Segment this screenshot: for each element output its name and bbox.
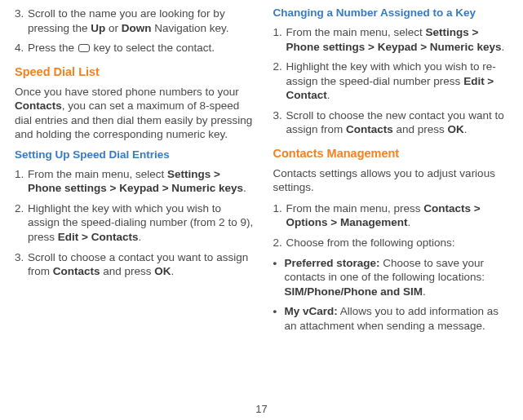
number-2: 2.: [273, 60, 285, 103]
down-key: Down: [122, 22, 152, 34]
text: Navigation key.: [152, 22, 229, 34]
text: .: [138, 231, 141, 243]
change-item-3: 3. Scroll to choose the new contact you …: [273, 108, 514, 137]
text: From the main menu, select: [28, 168, 167, 180]
mgmt-item-2: 2. Choose from the following options:: [273, 236, 514, 250]
contacts-bold: Contacts: [53, 265, 100, 277]
text: .: [502, 41, 505, 53]
number-1: 1.: [273, 25, 285, 54]
text: Once you have stored phone numbers to yo…: [15, 86, 239, 98]
text: From the main menu, select: [286, 26, 426, 38]
storage-options: SIM/Phone/Phone and SIM: [285, 285, 423, 298]
contacts-bold: Contacts: [346, 123, 393, 135]
changing-number-heading: Changing a Number Assigned to a Key: [273, 7, 514, 19]
number-2: 2.: [273, 236, 285, 250]
bullet-preferred-storage: • Preferred storage: Choose to save your…: [273, 256, 514, 299]
number-1: 1.: [15, 167, 26, 196]
setup-1-text: From the main menu, select Settings > Ph…: [28, 167, 255, 196]
number-3: 3.: [273, 108, 285, 137]
text: .: [464, 123, 468, 135]
ok-bold: OK: [154, 265, 171, 277]
bullet-my-vcard: • My vCard: Allows you to add informatio…: [273, 304, 514, 333]
text: and press: [100, 265, 155, 277]
preferred-storage-label: Preferred storage:: [285, 257, 380, 269]
contacts-management-heading: Contacts Management: [273, 147, 514, 160]
text: .: [243, 182, 246, 194]
contacts-mgmt-para: Contacts settings allows you to adjust v…: [273, 166, 514, 195]
setup-3-text: Scroll to choose a contact you want to a…: [28, 250, 255, 279]
change-item-2: 2. Highlight the key with which you wish…: [273, 60, 514, 103]
text: .: [171, 265, 175, 277]
number-2: 2.: [15, 201, 26, 245]
number-1: 1.: [273, 201, 285, 230]
text: and press: [393, 123, 448, 135]
text: .: [423, 285, 426, 298]
setup-item-3: 3. Scroll to choose a contact you want t…: [15, 250, 255, 279]
ok-bold: OK: [448, 123, 464, 135]
text: .: [407, 216, 410, 228]
speed-dial-paragraph: Once you have stored phone numbers to yo…: [15, 85, 255, 142]
bullet-1-text: Preferred storage: Choose to save your c…: [285, 256, 514, 299]
bullet-icon: •: [273, 304, 285, 333]
number-4: 4.: [15, 41, 26, 55]
text: or: [105, 22, 122, 34]
list-item-3: 3. Scroll to the name you are looking fo…: [15, 7, 255, 35]
number-3b: 3.: [15, 250, 26, 279]
setup-item-2: 2. Highlight the key with which you wish…: [15, 201, 255, 245]
list-item-4: 4. Press the key to select the contact.: [15, 41, 255, 55]
my-vcard-label: My vCard:: [285, 305, 338, 317]
bullet-icon: •: [273, 256, 285, 299]
text: key to select the contact.: [91, 42, 215, 54]
mgmt-item-1: 1. From the main menu, press Contacts > …: [273, 201, 514, 230]
item-4-text: Press the key to select the contact.: [28, 41, 255, 55]
left-column: 3. Scroll to the name you are looking fo…: [15, 7, 255, 338]
text: .: [327, 89, 330, 101]
contacts-bold: Contacts: [15, 99, 62, 112]
change-item-1: 1. From the main menu, select Settings >…: [273, 25, 514, 54]
key-icon: [78, 44, 90, 52]
item-3-text: Scroll to the name you are looking for b…: [28, 7, 255, 35]
text: From the main menu, press: [286, 202, 424, 214]
bullet-2-text: My vCard: Allows you to add information …: [285, 304, 514, 333]
change-1-text: From the main menu, select Settings > Ph…: [286, 25, 514, 54]
setup-item-1: 1. From the main menu, select Settings >…: [15, 167, 255, 196]
page-number: 17: [0, 403, 523, 415]
setup-2-text: Highlight the key with which you wish to…: [28, 201, 255, 245]
change-2-text: Highlight the key with which you wish to…: [286, 60, 514, 103]
up-key: Up: [91, 22, 105, 34]
change-3-text: Scroll to choose the new contact you wan…: [286, 108, 514, 137]
right-column: Changing a Number Assigned to a Key 1. F…: [273, 7, 514, 338]
edit-contacts: Edit > Contacts: [58, 231, 139, 243]
mgmt-1-text: From the main menu, press Contacts > Opt…: [286, 201, 514, 230]
mgmt-2-text: Choose from the following options:: [286, 236, 514, 250]
speed-dial-list-heading: Speed Dial List: [15, 65, 255, 78]
text: Press the: [28, 42, 78, 54]
number-3: 3.: [15, 7, 26, 35]
setting-up-heading: Setting Up Speed Dial Entries: [15, 148, 255, 161]
